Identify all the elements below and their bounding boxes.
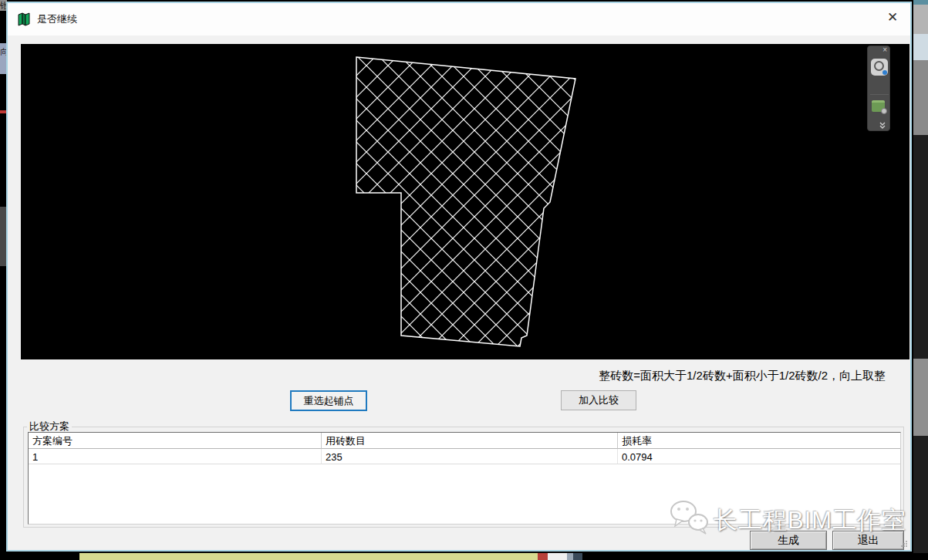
- reselect-start-point-button[interactable]: 重选起铺点: [290, 390, 367, 411]
- wheel-dot: [882, 70, 887, 75]
- orbit-dot: [881, 108, 887, 114]
- background-fragment: [913, 359, 928, 436]
- cell-brick-count: 235: [322, 449, 618, 464]
- background-fragment: [548, 553, 567, 560]
- close-icon[interactable]: ✕: [884, 9, 901, 26]
- background-fragment: [567, 553, 573, 560]
- cell-plan-id: 1: [29, 449, 322, 464]
- column-header-loss-rate[interactable]: 损耗率: [618, 433, 900, 449]
- background-fragment: [913, 34, 928, 60]
- resize-grip[interactable]: [899, 539, 909, 548]
- title-bar: 是否继续 ✕: [8, 3, 910, 35]
- orbit-icon[interactable]: [872, 100, 885, 112]
- background-fragment: [913, 60, 928, 135]
- dialog-window: 是否继续 ✕ × 整砖数: [6, 2, 912, 552]
- cad-viewport[interactable]: ×: [21, 44, 909, 359]
- steering-wheel-icon[interactable]: [871, 59, 888, 76]
- exit-button[interactable]: 退出: [832, 531, 904, 550]
- comparison-groupbox: 比较方案 方案编号 用砖数目 损耗率 1 235 0.0794: [23, 427, 904, 528]
- navbar-close-icon[interactable]: ×: [882, 46, 887, 54]
- column-header-brick-count[interactable]: 用砖数目: [322, 433, 618, 449]
- background-right-strip: [913, 0, 928, 560]
- navbar-divider: [870, 94, 889, 95]
- navbar-expand-icon[interactable]: [879, 122, 886, 130]
- table-row[interactable]: 1 235 0.0794: [29, 449, 900, 464]
- background-fragment: [538, 553, 548, 560]
- wheel-ring: [874, 61, 884, 71]
- background-fragment: [573, 553, 582, 560]
- navigation-bar: ×: [867, 46, 890, 131]
- column-header-plan-id[interactable]: 方案编号: [29, 433, 322, 449]
- app-icon: [17, 11, 31, 26]
- background-taskbar-strip: [0, 553, 928, 560]
- window-title: 是否继续: [37, 12, 77, 26]
- brick-count-formula: 整砖数=面积大于1/2砖数+面积小于1/2砖数/2，向上取整: [599, 369, 886, 383]
- generate-button[interactable]: 生成: [750, 531, 827, 550]
- background-fragment: [79, 553, 538, 560]
- table-header-row: 方案编号 用砖数目 损耗率: [29, 433, 900, 449]
- add-to-comparison-button[interactable]: 加入比较: [561, 390, 636, 410]
- background-fragment: [913, 5, 928, 34]
- tile-region: [356, 57, 575, 346]
- cell-loss-rate: 0.0794: [618, 449, 900, 464]
- comparison-table: 方案编号 用砖数目 损耗率 1 235 0.0794: [28, 432, 901, 525]
- tile-layout-drawing: [21, 44, 909, 359]
